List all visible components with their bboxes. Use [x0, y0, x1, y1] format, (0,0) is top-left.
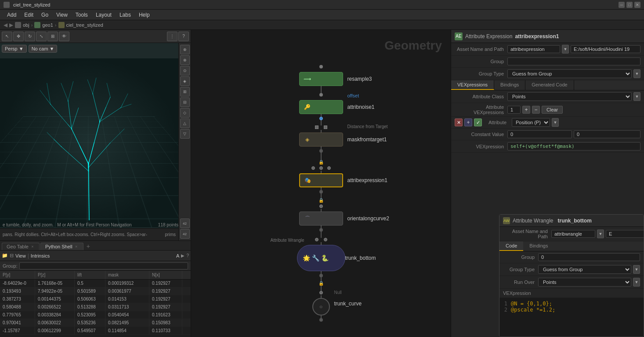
attr-select-arrow[interactable]: ▼ [552, 118, 559, 127]
attr-remove-btn[interactable]: ✕ [455, 118, 463, 126]
node-orientalongcurve2[interactable]: ⌒ [299, 212, 343, 226]
vex-minus-btn[interactable]: − [532, 106, 540, 114]
tool-select[interactable]: ↖ [2, 32, 12, 41]
prop-group-type-arrow[interactable]: ▼ [633, 69, 640, 78]
table-row: 0.193493 7.94922e-05 0.501589 0.00361977… [0, 287, 191, 295]
wrangle-group-input[interactable] [538, 253, 640, 261]
prop-asset-input[interactable] [507, 45, 560, 53]
side-btn-num2[interactable]: 42 [180, 229, 190, 239]
group-filter-input[interactable] [19, 262, 188, 269]
wrangle-run-over-arrow[interactable]: ▼ [633, 278, 640, 287]
node-attribexpression1[interactable]: 🎭 [299, 173, 343, 187]
svg-line-4 [88, 143, 110, 168]
node-trunk-curve[interactable]: ○ [312, 298, 330, 315]
ss-help-btn[interactable]: ? [186, 253, 189, 258]
side-btn-4[interactable]: ◈ [180, 76, 190, 86]
breadcrumb-geo[interactable]: geo1 [42, 22, 53, 28]
tab-python-shell[interactable]: Python Shell × [40, 243, 83, 250]
side-btn-1[interactable]: ⊕ [180, 45, 190, 54]
attr-check-btn[interactable]: ✓ [474, 118, 482, 126]
side-btn-7[interactable]: ◇ [180, 108, 190, 118]
tab-bindings[interactable]: Bindings [494, 80, 525, 90]
prop-asset-path-input[interactable] [571, 45, 640, 53]
breadcrumb-ciel[interactable]: ciel_tree_stylized [66, 22, 103, 28]
tab-vexpressions[interactable]: VEXpressions [451, 80, 494, 90]
tool-rotate[interactable]: ↻ [25, 32, 35, 41]
prop-group-type-select[interactable]: Guess from Group [507, 69, 632, 78]
tab-geo-table[interactable]: Geo Table × [2, 243, 40, 250]
nav-back-icon[interactable]: ◀ [4, 22, 7, 28]
attr-add-btn[interactable]: + [464, 118, 472, 126]
snap-btn[interactable]: ⋮ [167, 32, 177, 41]
side-btn-9[interactable]: ▽ [180, 129, 190, 139]
maximize-button[interactable]: □ [626, 2, 633, 8]
node-trunk-bottom-wrapper: 🌟 🔧 🐍 Attribute Wrangle trunk_bottom [297, 245, 345, 271]
close-button[interactable]: ✕ [634, 2, 640, 8]
side-btn-3[interactable]: ⊙ [180, 66, 190, 75]
breadcrumb-obj[interactable]: obj [23, 22, 29, 28]
prop-const-right[interactable] [574, 130, 640, 138]
prop-asset-arrow[interactable]: ▼ [562, 45, 569, 54]
spreadsheet-body: -8.64029e-0 1.76168e-05 0.5 0.000199312 … [0, 280, 191, 337]
menu-view[interactable]: View [53, 11, 71, 19]
minimize-button[interactable]: ─ [619, 2, 625, 8]
prop-attr-class-select[interactable]: Points [507, 92, 632, 101]
menu-edit[interactable]: Edit [21, 11, 37, 19]
vex-clear-btn[interactable]: Clear [542, 106, 563, 114]
tab-python-close[interactable]: × [74, 244, 79, 249]
prop-attr-class-arrow[interactable]: ▼ [633, 92, 640, 101]
tool-vis[interactable]: 👁 [59, 32, 69, 41]
menu-add[interactable]: Add [4, 11, 20, 19]
prop-const-left[interactable] [507, 130, 572, 138]
ss-play-btn[interactable]: ▶ [181, 253, 185, 258]
menu-layout[interactable]: Layout [92, 11, 115, 19]
wrangle-asset-input[interactable] [551, 230, 595, 238]
side-btn-2[interactable]: ⊗ [180, 55, 190, 65]
center-panel[interactable]: Geometry ⟿ resample3 [191, 30, 451, 337]
side-btn-num1[interactable]: 42 [180, 219, 190, 228]
wrangle-asset-path[interactable] [606, 230, 644, 238]
viewport-area[interactable]: Persp ▼ No cam ▼ ⊕ ⊗ ⊙ ◈ ⊞ ⊟ ◇ △ ▽ [0, 43, 191, 240]
help-btn[interactable]: ? [178, 32, 189, 41]
prop-group-input[interactable] [507, 57, 640, 65]
null-sublabel: Null [334, 290, 342, 295]
menu-go[interactable]: Go [38, 11, 52, 19]
wrangle-group-type-select[interactable]: Guess from Group [538, 265, 631, 274]
vex-plus-btn[interactable]: + [522, 106, 530, 114]
nav-forward-icon[interactable]: ▶ [9, 22, 13, 28]
tab-generated-code[interactable]: Generated Code [525, 80, 574, 90]
wrangle-tab-code[interactable]: Code [499, 241, 523, 251]
tool-scale[interactable]: ⤡ [36, 32, 47, 41]
menu-help[interactable]: Help [135, 11, 153, 19]
perspective-dropdown[interactable]: Persp ▼ [2, 45, 27, 53]
svg-line-2 [88, 122, 100, 164]
wrangle-asset-arrow[interactable]: ▼ [597, 229, 604, 238]
viewport-toolbar-row: ↖ ✥ ↻ ⤡ ⊞ 👁 ⋮ ? [0, 30, 191, 43]
side-toolbar: ⊕ ⊗ ⊙ ◈ ⊞ ⊟ ◇ △ ▽ 42 42 [178, 43, 191, 240]
title-bar: ciel_tree_stylized ─ □ ✕ [0, 0, 644, 10]
prop-vex-expr-input[interactable] [507, 142, 640, 151]
port-in-orient [319, 204, 323, 208]
tab-geo-close[interactable]: × [30, 244, 35, 249]
vex-count-input[interactable] [507, 106, 521, 114]
wrangle-code-area[interactable]: 1 @N = {0,1,0}; 2 @pscale *=1.2; [499, 298, 644, 337]
wrangle-group-type-arrow[interactable]: ▼ [633, 265, 640, 274]
node-maskfromtarget1[interactable]: ◈ [299, 133, 343, 147]
tool-group[interactable]: ⊞ [47, 32, 58, 41]
side-btn-8[interactable]: △ [180, 118, 190, 128]
attr-select[interactable]: Position (P) [512, 118, 550, 127]
menu-labs[interactable]: Labs [116, 11, 134, 19]
tool-move[interactable]: ✥ [13, 32, 24, 41]
wrangle-run-over-select[interactable]: Points [538, 278, 631, 287]
svg-line-15 [87, 79, 93, 93]
node-attribnoise1[interactable]: 🔑 [299, 100, 343, 114]
side-btn-6[interactable]: ⊟ [180, 97, 190, 107]
spreadsheet-toolbar: 📁 ⊟ View | Intrinsics A ▶ ? [0, 251, 191, 261]
wrangle-tab-bindings[interactable]: Bindings [523, 241, 554, 251]
camera-dropdown[interactable]: No cam ▼ [29, 45, 58, 53]
menu-tools[interactable]: Tools [72, 11, 91, 19]
node-trunk-bottom[interactable]: 🌟 🔧 🐍 [297, 245, 345, 271]
node-resample3[interactable]: ⟿ [299, 72, 343, 86]
side-btn-5[interactable]: ⊞ [180, 87, 190, 97]
tab-add-button[interactable]: + [84, 242, 92, 250]
